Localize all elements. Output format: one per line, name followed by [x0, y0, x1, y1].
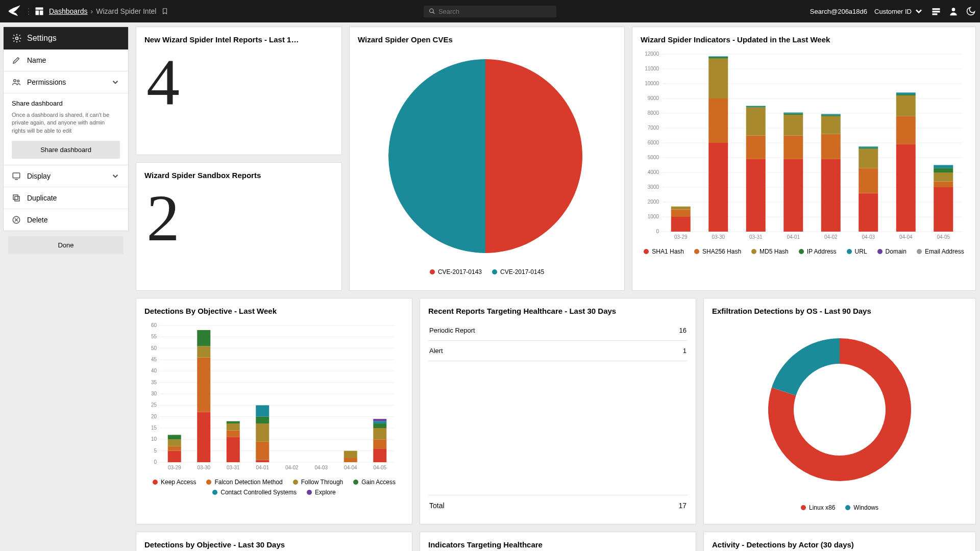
- done-button[interactable]: Done: [8, 236, 124, 254]
- legend-label: CVE-2017-0145: [500, 268, 544, 276]
- card-title: New Wizard Spider Intel Reports - Last 1…: [144, 35, 333, 44]
- svg-rect-74: [859, 168, 878, 193]
- svg-rect-1: [36, 11, 39, 15]
- card-sandbox: Wizard Spider Sandbox Reports 2: [136, 162, 342, 291]
- legend-dot: [877, 249, 883, 254]
- card-detections: Detections By Objective - Last Week 0510…: [136, 298, 412, 524]
- breadcrumb-dashboards[interactable]: Dashboards: [49, 7, 88, 15]
- svg-text:04-02: 04-02: [824, 234, 838, 240]
- svg-rect-77: [859, 146, 878, 147]
- svg-text:55: 55: [151, 334, 157, 339]
- apps-grid-icon[interactable]: [35, 7, 44, 16]
- legend-item[interactable]: Keep Access: [153, 479, 196, 486]
- svg-rect-87: [934, 172, 953, 181]
- legend-label: CVE-2017-0143: [438, 268, 482, 276]
- svg-rect-119: [168, 439, 181, 446]
- svg-rect-67: [821, 159, 841, 232]
- activity-icon[interactable]: [931, 6, 941, 16]
- svg-rect-58: [746, 107, 766, 107]
- svg-rect-45: [671, 217, 691, 232]
- card-detections-30d: Detections by Objective - Last 30 Days: [136, 532, 412, 551]
- pie-chart: [358, 49, 613, 263]
- svg-line-4: [433, 12, 434, 14]
- svg-rect-64: [783, 114, 803, 115]
- legend-item[interactable]: URL: [847, 248, 867, 255]
- svg-text:03-29: 03-29: [674, 234, 688, 240]
- sidebar-item-permissions[interactable]: Permissions: [4, 71, 128, 93]
- table-row[interactable]: Periodic Report16: [428, 320, 688, 341]
- legend-dot: [293, 480, 298, 485]
- legend-item[interactable]: Domain: [877, 248, 906, 255]
- breadcrumb: Dashboards › Wizard Spider Intel: [49, 7, 168, 15]
- falcon-logo-icon[interactable]: [7, 4, 21, 18]
- legend-label: MD5 Hash: [760, 248, 789, 255]
- svg-rect-6: [933, 11, 940, 12]
- svg-rect-65: [783, 113, 803, 114]
- svg-rect-68: [821, 134, 841, 159]
- svg-rect-120: [168, 435, 181, 439]
- svg-text:10000: 10000: [645, 81, 659, 86]
- svg-text:0: 0: [656, 229, 659, 234]
- svg-text:1000: 1000: [648, 214, 659, 219]
- svg-text:04-04: 04-04: [899, 234, 913, 240]
- legend-item[interactable]: Linux x86: [801, 504, 835, 511]
- svg-text:04-05: 04-05: [937, 234, 950, 240]
- svg-rect-47: [671, 207, 691, 210]
- sidebar-item-display[interactable]: Display: [4, 165, 128, 187]
- user-icon[interactable]: [948, 6, 959, 16]
- sidebar-item-name[interactable]: Name: [4, 49, 128, 71]
- legend-label: Email Address: [925, 248, 964, 255]
- legend-item[interactable]: Windows: [845, 504, 878, 511]
- legend-item[interactable]: MD5 Hash: [751, 248, 789, 255]
- legend-item[interactable]: CVE-2017-0145: [492, 268, 544, 276]
- svg-text:04-03: 04-03: [862, 234, 875, 240]
- legend-item[interactable]: Follow Through: [293, 479, 344, 486]
- svg-text:04-01: 04-01: [256, 465, 269, 470]
- legend-item[interactable]: IP Address: [799, 248, 837, 255]
- svg-text:15: 15: [151, 425, 157, 431]
- card-title: Detections by Objective - Last 30 Days: [144, 540, 404, 549]
- legend-dot: [801, 505, 806, 510]
- legend-item[interactable]: Explore: [307, 489, 336, 496]
- search-input[interactable]: [438, 8, 551, 15]
- card-title: Wizard Spider Indicators - Updated in th…: [641, 35, 967, 44]
- detections-legend: Keep AccessFalcon Detection MethodFollow…: [144, 479, 404, 496]
- svg-rect-128: [227, 430, 240, 437]
- svg-rect-70: [821, 115, 841, 116]
- legend-item[interactable]: SHA1 Hash: [644, 248, 684, 255]
- sidebar-item-delete[interactable]: Delete: [4, 209, 128, 231]
- card-title: Exfiltration Detections by OS - Last 90 …: [712, 307, 967, 315]
- svg-rect-83: [896, 92, 916, 94]
- legend-item[interactable]: SHA256 Hash: [694, 248, 741, 255]
- legend-item[interactable]: Gain Access: [353, 479, 396, 486]
- table-row[interactable]: Alert1: [428, 341, 688, 361]
- legend-item[interactable]: Email Address: [917, 248, 964, 255]
- svg-text:2000: 2000: [648, 199, 659, 205]
- svg-text:04-03: 04-03: [314, 465, 328, 470]
- svg-point-9: [16, 37, 18, 40]
- legend-dot: [847, 249, 852, 254]
- sidebar-item-duplicate[interactable]: Duplicate: [4, 187, 128, 209]
- svg-text:40: 40: [151, 368, 157, 373]
- svg-text:10: 10: [151, 436, 157, 442]
- share-block: Share dashboard Once a dashboard is shar…: [4, 93, 128, 165]
- svg-rect-63: [783, 115, 803, 136]
- share-dashboard-button[interactable]: Share dashboard: [12, 141, 120, 159]
- svg-rect-62: [783, 136, 803, 159]
- legend-item[interactable]: Contact Controlled Systems: [212, 489, 297, 496]
- theme-toggle-icon[interactable]: [966, 6, 976, 16]
- legend-item[interactable]: CVE-2017-0143: [430, 268, 482, 276]
- svg-rect-80: [896, 116, 916, 144]
- legend-item[interactable]: Falcon Detection Method: [206, 479, 282, 486]
- customer-id-dropdown[interactable]: Customer ID: [874, 6, 924, 16]
- search-icon: [429, 8, 435, 15]
- svg-text:9000: 9000: [648, 95, 659, 101]
- svg-rect-148: [373, 419, 386, 421]
- pie-legend: CVE-2017-0143CVE-2017-0145: [358, 268, 616, 276]
- svg-text:30: 30: [151, 391, 157, 396]
- bookmark-icon[interactable]: [161, 8, 168, 15]
- svg-rect-132: [256, 460, 269, 462]
- svg-rect-81: [896, 95, 916, 116]
- global-search[interactable]: [424, 6, 556, 17]
- row-label: Alert: [429, 347, 443, 355]
